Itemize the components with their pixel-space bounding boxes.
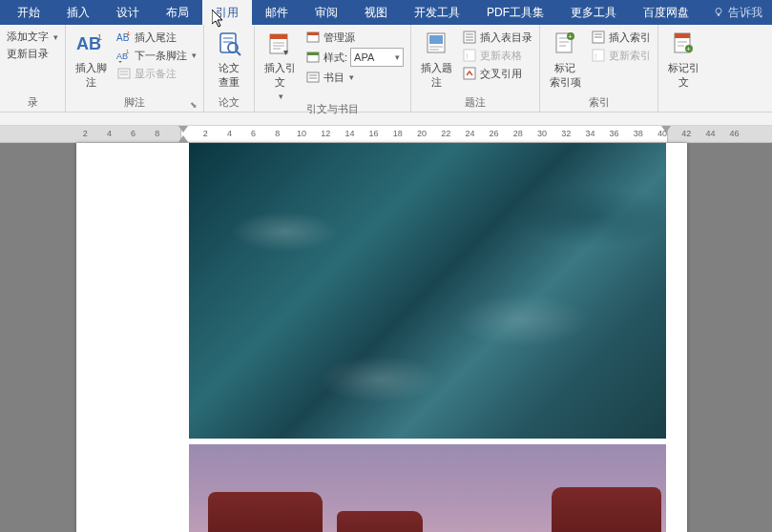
ruler-tick: 10 (297, 129, 306, 138)
tab-home[interactable]: 开始 (4, 0, 53, 25)
tab-view[interactable]: 视图 (351, 0, 401, 25)
group-label-footnotes: 脚注⬊ (70, 94, 199, 112)
ruler-tick: 46 (730, 129, 740, 138)
tab-insert[interactable]: 插入 (53, 0, 103, 25)
caption-icon (421, 29, 451, 59)
group-label-index: 索引 (544, 94, 654, 112)
ruler-tick: 32 (561, 129, 571, 138)
group-captions: 插入题注 插入表目录 !更新表格 交叉引用 题注 (411, 25, 540, 112)
add-text-button[interactable]: 添加文字▾ (4, 29, 61, 45)
svg-text:▾: ▾ (283, 47, 288, 57)
rock-shape (552, 487, 661, 532)
svg-rect-52 (675, 33, 690, 38)
cross-ref-icon (462, 66, 477, 81)
svg-text:1: 1 (97, 32, 102, 42)
group-toa: + 标记引文 (658, 25, 708, 112)
tab-references[interactable]: 引用 (202, 0, 252, 25)
insert-citation-button[interactable]: ▾ 插入引文▾ (259, 27, 301, 101)
svg-line-15 (237, 51, 240, 55)
cross-reference-button[interactable]: 交叉引用 (459, 65, 535, 82)
ruler-tick: 8 (155, 129, 159, 138)
ruler-tick: 24 (465, 129, 474, 138)
svg-rect-30 (429, 35, 443, 44)
cursor-icon (212, 10, 225, 29)
rock-shape (208, 492, 323, 532)
endnote-icon: AB1 (116, 30, 132, 45)
tab-pdf-tools[interactable]: PDF工具集 (473, 0, 557, 25)
image-water[interactable] (189, 143, 666, 439)
tab-layout[interactable]: 布局 (153, 0, 202, 25)
ruler-tick: 4 (227, 129, 232, 138)
rock-shape (337, 511, 423, 532)
svg-rect-8 (118, 69, 130, 78)
insert-endnote-button[interactable]: AB1插入尾注 (114, 29, 199, 46)
ruler-tick: 42 (681, 129, 691, 138)
insert-footnote-button[interactable]: AB1 插入脚注 (70, 27, 112, 90)
bibliography-icon (305, 70, 321, 85)
update-index-button[interactable]: !更新索引 (588, 47, 654, 64)
group-label-toc: 录 (4, 94, 61, 112)
ruler-tick: 8 (275, 129, 280, 138)
ruler-tick: 28 (513, 129, 523, 138)
group-label-citations: 引文与书目 (259, 101, 407, 118)
update-table-icon: ! (462, 48, 477, 63)
svg-rect-39 (464, 68, 475, 79)
ruler-tick: 18 (393, 129, 403, 138)
mark-index-entry-button[interactable]: + 标记 索引项 (544, 27, 586, 90)
first-line-indent-marker[interactable] (178, 126, 188, 133)
svg-rect-17 (270, 34, 287, 39)
bibliography-button[interactable]: 书目▾ (303, 69, 407, 86)
ruler-tick: 4 (107, 129, 112, 138)
tab-mailings[interactable]: 邮件 (252, 0, 302, 25)
svg-text:!: ! (595, 51, 597, 61)
image-desert[interactable] (189, 444, 666, 532)
ruler-tick: 12 (321, 129, 330, 138)
manage-sources-icon (305, 30, 321, 45)
insert-caption-button[interactable]: 插入题注 (415, 27, 457, 90)
svg-text:1: 1 (126, 49, 130, 54)
footnote-launcher[interactable]: ⬊ (190, 100, 198, 110)
mark-citation-icon: + (668, 29, 699, 59)
ruler-tick: 22 (441, 129, 450, 138)
tab-review[interactable]: 审阅 (302, 0, 351, 25)
show-notes-button[interactable]: 显示备注 (114, 65, 199, 82)
group-label-toa (662, 97, 704, 112)
ruler-tick: 16 (369, 129, 379, 138)
ruler-tick: 38 (634, 129, 643, 138)
tab-more-tools[interactable]: 更多工具 (557, 0, 630, 25)
hanging-indent-marker[interactable] (178, 135, 188, 142)
citation-icon: ▾ (264, 29, 295, 59)
magnifier-doc-icon (214, 29, 244, 59)
citation-style-select[interactable]: APA▾ (350, 48, 404, 67)
insert-tof-button[interactable]: 插入表目录 (459, 29, 535, 46)
ruler-tick: 44 (705, 129, 715, 138)
manage-sources-button[interactable]: 管理源 (303, 29, 407, 46)
citation-style-row: 样式: APA▾ (303, 47, 407, 68)
thesis-check-button[interactable]: 论文 查重 (208, 27, 250, 90)
mark-citation-button[interactable]: + 标记引文 (662, 27, 704, 90)
insert-index-button[interactable]: 插入索引 (588, 29, 654, 46)
ruler-tick: 26 (490, 129, 499, 138)
ruler-tick: 14 (344, 129, 354, 138)
svg-text:1: 1 (127, 31, 131, 36)
svg-text:+: + (687, 46, 691, 52)
svg-rect-23 (307, 32, 319, 35)
show-notes-icon (116, 66, 132, 81)
tell-me[interactable]: 告诉我 (707, 5, 768, 21)
document-page[interactable] (76, 143, 687, 532)
svg-text:+: + (569, 33, 573, 40)
update-toc-button[interactable]: 更新目录 (4, 46, 61, 62)
tab-baidu[interactable]: 百度网盘 (630, 0, 702, 25)
next-footnote-button[interactable]: AB1下一条脚注▾ (114, 47, 199, 64)
update-index-icon: ! (591, 48, 606, 63)
horizontal-ruler[interactable]: 8642246810121416182022242628303234363840… (0, 126, 772, 143)
update-table-button[interactable]: !更新表格 (459, 47, 535, 64)
ruler-tick: 20 (417, 129, 427, 138)
group-toc: 添加文字▾ 更新目录 录 (0, 25, 66, 112)
tab-design[interactable]: 设计 (103, 0, 153, 25)
insert-index-icon (591, 30, 606, 45)
tab-developer[interactable]: 开发工具 (401, 0, 473, 25)
svg-point-0 (716, 9, 721, 14)
ruler-tick: 2 (203, 129, 208, 138)
mark-index-icon: + (550, 29, 580, 59)
